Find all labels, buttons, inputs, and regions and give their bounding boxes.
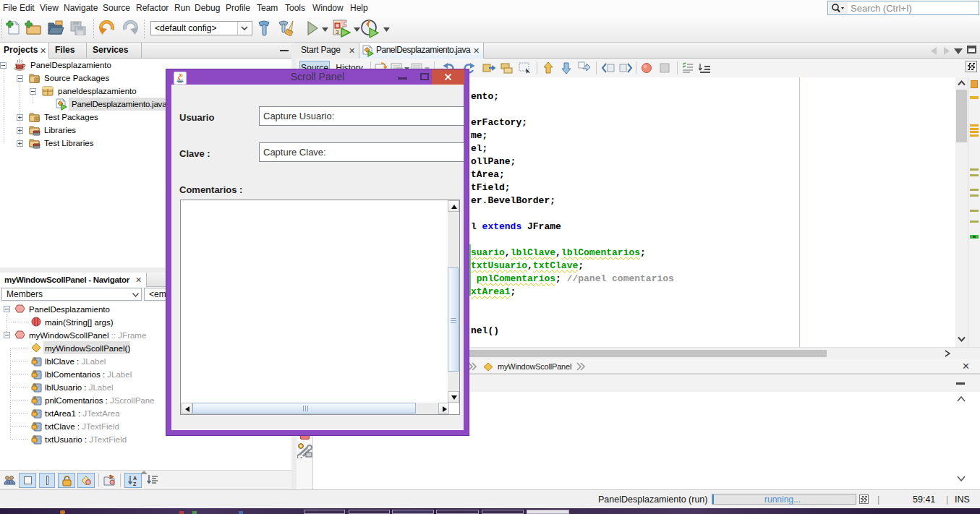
svg-text:Z: Z bbox=[133, 481, 137, 487]
svg-text:3: 3 bbox=[336, 29, 339, 35]
svg-text:A: A bbox=[133, 476, 137, 481]
